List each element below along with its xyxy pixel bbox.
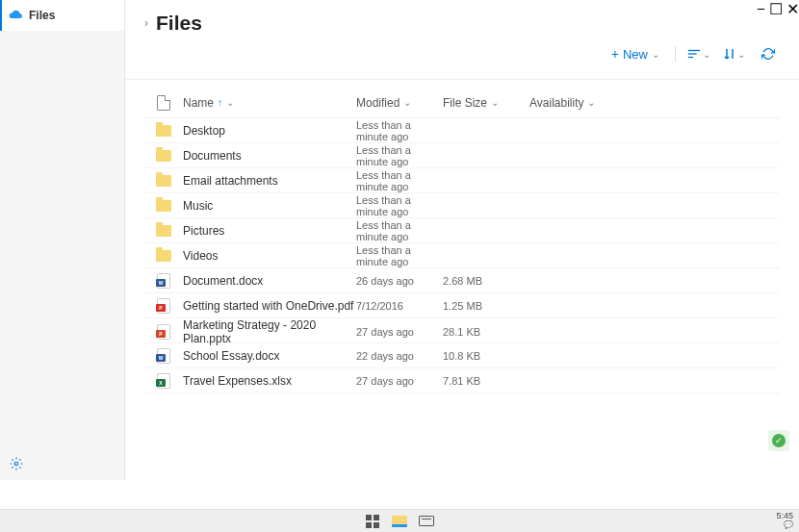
file-name: Music [183,199,356,213]
svg-rect-5 [374,515,379,520]
table-row[interactable]: Documents Less than a minute ago [144,143,780,168]
svg-rect-4 [366,515,372,520]
file-modified: Less than a minute ago [356,194,443,217]
start-button[interactable] [364,515,381,528]
file-modified: Less than a minute ago [356,244,443,267]
sidebar-item-label: Files [29,9,55,22]
file-modified: 22 days ago [356,350,443,362]
file-modified: 27 days ago [356,375,443,387]
chevron-down-icon: ⌄ [226,97,234,108]
main-content: › Files + New ⌄ ⌄ ⌄ [125,0,799,480]
sync-status[interactable]: ✓ [768,430,789,451]
file-table: Name ↑ ⌄ Modified ⌄ File Size ⌄ Availabi… [125,80,799,480]
table-row[interactable]: P Marketing Strategy - 2020 Plan.pptx 27… [144,318,780,343]
pdf-icon: P [157,298,170,314]
folder-icon [156,150,171,162]
chevron-down-icon: ⌄ [403,97,411,108]
check-icon: ✓ [772,434,786,447]
column-name[interactable]: Name ↑ ⌄ [183,96,356,110]
task-view-icon[interactable] [418,515,435,528]
new-button[interactable]: + New ⌄ [606,42,665,65]
table-row[interactable]: X Travel Expenses.xlsx 27 days ago 7.81 … [144,368,780,393]
file-modified: 27 days ago [356,326,443,338]
file-modified: Less than a minute ago [356,169,443,192]
divider [675,46,676,62]
folder-icon [156,125,171,137]
new-button-label: New [623,47,648,62]
maximize-button[interactable]: ☐ [769,0,783,18]
plus-icon: + [611,46,619,62]
table-row[interactable]: Music Less than a minute ago [144,193,780,218]
table-row[interactable]: P Getting started with OneDrive.pdf 7/12… [144,293,780,318]
file-modified: Less than a minute ago [356,119,443,142]
chevron-down-icon: ⌄ [737,49,745,60]
svg-rect-6 [366,522,372,528]
file-name: Documents [183,149,356,163]
sidebar-item-files[interactable]: Files [0,0,124,31]
sort-button[interactable]: ⌄ [685,48,712,60]
file-name: Getting started with OneDrive.pdf [183,299,356,313]
table-row[interactable]: Pictures Less than a minute ago [144,218,780,243]
table-row[interactable]: W School Essay.docx 22 days ago 10.8 KB [144,343,780,368]
cloud-icon [8,9,23,23]
notification-icon[interactable]: 💬 [776,521,793,530]
taskbar: 5:45 💬 [0,509,799,532]
sort-asc-icon: ↑ [218,97,222,108]
close-button[interactable]: ✕ [786,0,799,18]
folder-icon [156,225,171,237]
pptx-icon: P [157,324,170,340]
file-name: Travel Expenses.xlsx [183,374,356,388]
file-name: Pictures [183,224,356,238]
file-name: Desktop [183,124,356,138]
file-name: School Essay.docx [183,349,356,363]
file-name: Email attachments [183,174,356,188]
page-title: Files [156,12,202,35]
minimize-button[interactable]: ‒ [757,0,765,18]
table-row[interactable]: W Document.docx 26 days ago 2.68 MB [144,268,780,293]
chevron-down-icon: ⌄ [703,49,710,60]
file-explorer-taskbar-icon[interactable] [391,515,408,528]
settings-icon[interactable] [10,457,23,474]
column-availability[interactable]: Availability ⌄ [529,96,626,110]
column-modified[interactable]: Modified ⌄ [356,96,443,110]
sort-order-button[interactable]: ⌄ [722,48,747,60]
table-header: Name ↑ ⌄ Modified ⌄ File Size ⌄ Availabi… [144,91,780,118]
file-size: 10.8 KB [443,350,529,362]
refresh-button[interactable] [757,42,780,65]
xlsx-icon: X [157,373,170,389]
folder-icon [156,200,171,212]
file-size: 28.1 KB [443,326,529,338]
chevron-down-icon: ⌄ [491,97,499,108]
svg-rect-7 [374,522,379,528]
table-row[interactable]: Videos Less than a minute ago [144,243,780,268]
sidebar: Files [0,0,125,480]
file-size: 1.25 MB [443,300,529,312]
svg-point-0 [14,462,18,466]
file-size: 2.68 MB [443,275,529,287]
chevron-down-icon: ⌄ [587,97,595,108]
table-row[interactable]: Desktop Less than a minute ago [144,118,780,143]
file-name: Videos [183,249,356,263]
file-size: 7.81 KB [443,375,529,387]
folder-icon [156,250,171,262]
file-modified: Less than a minute ago [356,219,443,242]
file-name: Document.docx [183,274,356,288]
chevron-right-icon: › [144,16,148,30]
table-row[interactable]: Email attachments Less than a minute ago [144,168,780,193]
folder-icon [156,175,171,187]
docx-icon: W [157,273,170,289]
file-modified: Less than a minute ago [356,144,443,167]
file-modified: 7/12/2016 [356,300,443,312]
chevron-down-icon: ⌄ [652,49,659,60]
file-name: Marketing Strategy - 2020 Plan.pptx [183,318,356,345]
file-modified: 26 days ago [356,275,443,287]
docx-icon: W [157,348,170,364]
column-filesize[interactable]: File Size ⌄ [443,96,529,110]
file-icon [157,95,170,111]
